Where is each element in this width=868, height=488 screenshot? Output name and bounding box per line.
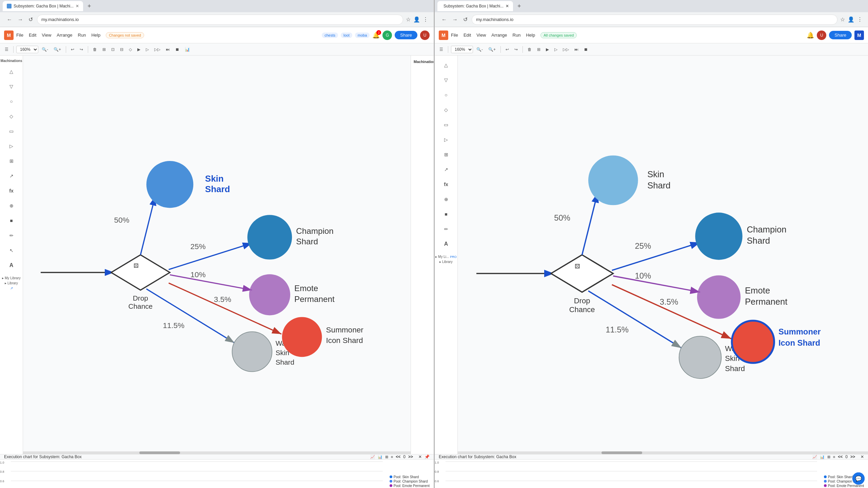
- diamond-tool[interactable]: ◇: [5, 109, 18, 123]
- chart-icon-right[interactable]: 📈: [812, 455, 817, 459]
- share-button-left[interactable]: Share: [395, 31, 417, 39]
- canvas-left[interactable]: ⚄ Drop Chance 50% Skin Shard 25% Champ: [23, 56, 411, 454]
- profile-icon-right[interactable]: 👤: [848, 16, 854, 23]
- menu-edit-right[interactable]: Edit: [463, 33, 471, 38]
- drop-chance-node-right[interactable]: [551, 255, 613, 292]
- sidebar-toggle-right[interactable]: ☰: [437, 46, 445, 53]
- close-bottom-left[interactable]: ✕: [418, 454, 422, 459]
- url-box-left[interactable]: my.machinations.io: [37, 15, 403, 25]
- zoom-in-left[interactable]: 🔍+: [52, 46, 63, 53]
- run-step-left[interactable]: ▷: [144, 46, 151, 53]
- my-library-link-left[interactable]: ▸ My Library: [2, 276, 20, 280]
- run-step-right[interactable]: ▷: [552, 46, 559, 53]
- menu-icon-right[interactable]: ⋮: [857, 16, 863, 23]
- undo-left[interactable]: ↩: [69, 46, 76, 53]
- menu-help-right[interactable]: Help: [526, 33, 535, 38]
- menu-file-right[interactable]: File: [451, 33, 458, 38]
- ward-node-left[interactable]: [232, 332, 272, 372]
- nav-right-right[interactable]: >>: [850, 454, 855, 459]
- forward-btn-right[interactable]: →: [451, 15, 459, 24]
- ward-node-right[interactable]: [679, 336, 722, 379]
- run-btn-left[interactable]: ▶: [135, 46, 142, 53]
- rect-fill-tool[interactable]: ⊞: [5, 154, 18, 168]
- tool4-left[interactable]: ◇: [127, 46, 134, 53]
- close-tab-right[interactable]: ✕: [506, 4, 509, 8]
- champion-shard-node-right[interactable]: [695, 212, 742, 260]
- zoom-selector-left[interactable]: 160% 100% 75%: [16, 46, 38, 53]
- triangle-right-tool[interactable]: ▷: [5, 139, 18, 153]
- fx-tool-right[interactable]: fx: [439, 178, 453, 191]
- stop-left[interactable]: ⏹: [173, 46, 181, 53]
- menu-view-right[interactable]: View: [476, 33, 486, 38]
- data-icon-right[interactable]: ≡: [833, 455, 835, 459]
- skin-shard-node-right[interactable]: [588, 156, 638, 205]
- library-link-left[interactable]: ▸ Library: [5, 281, 18, 285]
- bar-chart-icon-right[interactable]: 📊: [820, 455, 825, 459]
- fx-tool[interactable]: fx: [5, 184, 18, 198]
- sidebar-toggle-left[interactable]: ☰: [3, 46, 11, 53]
- bar-chart-icon-left[interactable]: 📊: [378, 455, 382, 459]
- tag-moba[interactable]: moba: [355, 33, 370, 38]
- forward-btn-left[interactable]: →: [16, 15, 24, 24]
- profile-icon-left[interactable]: 👤: [413, 16, 420, 23]
- triangle-fill-tool[interactable]: ▽: [5, 80, 18, 93]
- rect-fill-tool-right[interactable]: ⊞: [439, 148, 453, 161]
- square-tool-right[interactable]: ■: [439, 207, 453, 221]
- arrow-tool[interactable]: ↗: [5, 169, 18, 183]
- library-link-right[interactable]: ▸ Library: [439, 260, 452, 264]
- run-fast-left[interactable]: ▷▷: [152, 46, 162, 53]
- tag-loot[interactable]: loot: [341, 33, 352, 38]
- notification-icon-left[interactable]: 🔔 2: [372, 32, 380, 39]
- tag-chests[interactable]: chests: [322, 33, 338, 38]
- url-box-right[interactable]: my.machinations.io: [472, 15, 837, 25]
- circle-outline-tool[interactable]: ○: [5, 95, 18, 108]
- redo-right[interactable]: ↪: [512, 46, 520, 53]
- new-tab-btn-left[interactable]: +: [84, 1, 94, 11]
- menu-run-right[interactable]: Run: [513, 33, 521, 38]
- text-tool-left[interactable]: A: [5, 259, 18, 272]
- triangle-outline-tool[interactable]: △: [5, 65, 18, 78]
- run-btn-right[interactable]: ▶: [544, 46, 551, 53]
- delete-left[interactable]: 🗑: [91, 46, 99, 53]
- triangle-outline-tool-right[interactable]: △: [439, 58, 453, 72]
- zoom-out-right[interactable]: 🔍-: [474, 46, 485, 53]
- zoom-in-right[interactable]: 🔍+: [486, 46, 498, 53]
- reload-btn-left[interactable]: ↺: [27, 15, 34, 24]
- target-tool[interactable]: ⊕: [5, 199, 18, 212]
- nav-right-left[interactable]: >>: [408, 454, 413, 459]
- menu-arrange-left[interactable]: Arrange: [57, 33, 72, 38]
- arrow-tool-right[interactable]: ↗: [439, 163, 453, 176]
- star-icon-left[interactable]: ☆: [406, 16, 411, 23]
- active-tab-right[interactable]: Subsystem: Gacha Box | Machi... ✕: [437, 1, 513, 11]
- scrollbar-h-right[interactable]: [458, 451, 868, 454]
- tool1-right[interactable]: ⊞: [535, 46, 542, 53]
- skin-shard-node-left[interactable]: [146, 161, 194, 208]
- menu-run-left[interactable]: Run: [78, 33, 86, 38]
- run-end-right[interactable]: ⏭: [572, 46, 580, 53]
- pin-bottom-left[interactable]: 📌: [425, 454, 430, 459]
- menu-help-left[interactable]: Help: [91, 33, 100, 38]
- redo-left[interactable]: ↪: [78, 46, 85, 53]
- drop-chance-node-left[interactable]: [111, 255, 170, 290]
- emote-node-right[interactable]: [697, 276, 741, 319]
- cursor-tool[interactable]: ↖: [5, 244, 18, 257]
- undo-right[interactable]: ↩: [504, 46, 511, 53]
- reload-btn-right[interactable]: ↺: [462, 15, 469, 24]
- charts-left[interactable]: 📊: [183, 46, 192, 53]
- stop-right[interactable]: ⏹: [582, 46, 590, 53]
- close-bottom-right[interactable]: ✕: [861, 454, 864, 459]
- run-fast-right[interactable]: ▷▷: [561, 46, 571, 53]
- pencil-tool[interactable]: ✏: [5, 229, 18, 242]
- menu-edit-left[interactable]: Edit: [29, 33, 36, 38]
- chart-icon-left[interactable]: 📈: [370, 455, 375, 459]
- share-button-right[interactable]: Share: [829, 31, 852, 39]
- target-tool-right[interactable]: ⊕: [439, 192, 453, 206]
- delete-right[interactable]: 🗑: [526, 46, 534, 53]
- table-icon-left[interactable]: ⊞: [385, 455, 388, 459]
- diamond-tool-right[interactable]: ◇: [439, 103, 453, 117]
- tool2-left[interactable]: ⊡: [109, 46, 117, 53]
- my-library-link-right[interactable]: ▸ My Li... PRO: [435, 255, 456, 259]
- text-tool-right[interactable]: A: [439, 237, 453, 251]
- nav-left-right[interactable]: <<: [838, 454, 843, 459]
- summoner-node-left[interactable]: [282, 317, 322, 357]
